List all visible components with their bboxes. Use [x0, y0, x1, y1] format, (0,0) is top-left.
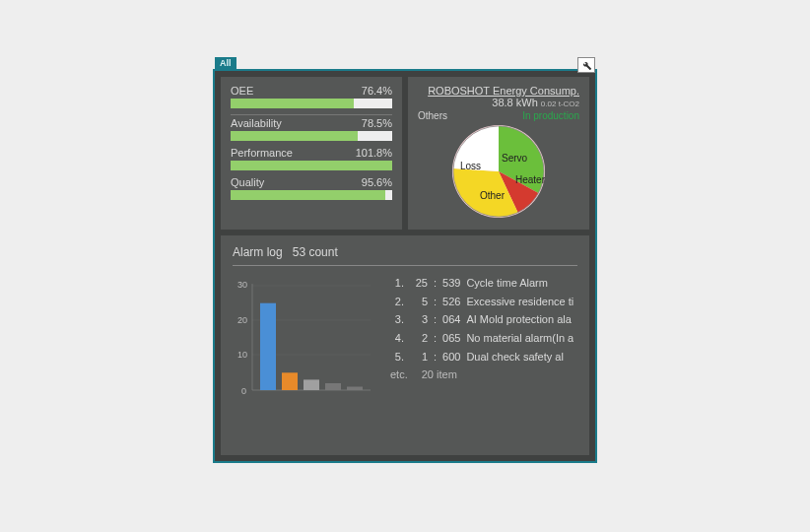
energy-box: ROBOSHOT Energy Consump. 38.8 kWh 0.02 t…	[408, 77, 589, 230]
alarm-row: 2. 5: 526 Excessive residence ti	[390, 293, 577, 311]
metric-value: 101.8%	[356, 147, 392, 159]
metric-label: Quality	[231, 176, 264, 188]
metric-value: 95.6%	[362, 176, 392, 188]
metric-label: Performance	[231, 147, 293, 159]
energy-title: ROBOSHOT Energy Consump.	[418, 85, 579, 97]
alarm-box: Alarm log 53 count 30 20 10 0	[221, 235, 589, 455]
svg-rect-14	[325, 383, 341, 390]
metrics-box: OEE 76.4% Availability 78.5% Performance…	[221, 77, 402, 230]
svg-text:20: 20	[237, 315, 247, 325]
legend-others: Others	[418, 110, 447, 121]
svg-rect-15	[347, 387, 363, 391]
energy-pie-chart: Servo Heater Other Loss	[450, 123, 547, 220]
metric-label: OEE	[231, 85, 253, 97]
svg-rect-11	[260, 303, 276, 390]
divider	[233, 265, 577, 266]
alarm-row: 3. 3: 064 AI Mold protection ala	[390, 310, 577, 329]
bar-fill	[231, 131, 358, 141]
svg-text:0: 0	[241, 386, 246, 396]
metric-value: 78.5%	[362, 117, 392, 129]
bar-fill	[231, 161, 392, 170]
alarm-list: 1. 25: 539 Cycle time Alarm 2. 5: 526 Ex…	[390, 274, 577, 402]
alarm-row: 1. 25: 539 Cycle time Alarm	[390, 274, 577, 293]
svg-rect-13	[304, 379, 319, 390]
svg-text:30: 30	[237, 280, 247, 290]
metric-oee: OEE 76.4%	[231, 85, 392, 108]
bar-fill	[231, 190, 385, 200]
dashboard-panel: All OEE 76.4% Availability 78.5%	[213, 69, 597, 463]
energy-subtitle: 38.8 kWh 0.02 t-CO2	[418, 97, 579, 108]
metric-quality: Quality 95.6%	[231, 176, 392, 200]
metric-value: 76.4%	[362, 85, 392, 97]
bar-fill	[231, 99, 354, 108]
wrench-icon	[580, 59, 592, 71]
alarm-row: 4. 2: 065 No material alarm(In a	[390, 329, 577, 348]
metric-label: Availability	[231, 117, 282, 129]
metric-availability: Availability 78.5%	[231, 117, 392, 141]
settings-button[interactable]	[577, 57, 595, 73]
svg-text:10: 10	[237, 350, 247, 360]
alarm-header: Alarm log 53 count	[233, 245, 577, 259]
legend-production: In production	[522, 110, 579, 121]
svg-rect-12	[282, 372, 298, 390]
metric-performance: Performance 101.8%	[231, 147, 392, 170]
alarm-row: 5. 1: 600 Dual check safety al	[390, 348, 577, 366]
tab-all[interactable]: All	[215, 57, 236, 69]
alarm-bar-chart: 30 20 10 0	[233, 274, 371, 402]
alarm-etc: etc. 20 item	[390, 366, 577, 384]
divider	[231, 114, 392, 115]
